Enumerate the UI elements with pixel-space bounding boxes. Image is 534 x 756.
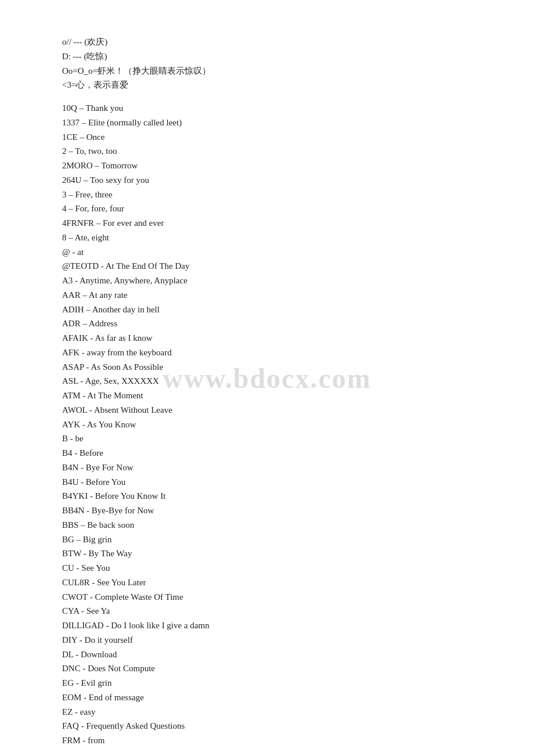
intro-line-1: o// --- (欢庆) xyxy=(62,35,472,49)
abbr-42: EZ - easy xyxy=(62,705,472,719)
abbr-37: DIY - Do it yourself xyxy=(62,633,472,647)
abbr-7: 4 – For, fore, four xyxy=(62,201,472,216)
intro-line-4: <3=心，表示喜爱 xyxy=(62,78,472,92)
abbr-29: BBS – Be back soon xyxy=(62,518,472,532)
abbr-18: ASAP - As Soon As Possible xyxy=(62,360,472,375)
abbr-5: 264U – Too sexy for you xyxy=(62,173,472,188)
abbr-14: ADIH – Another day in hell xyxy=(62,303,472,317)
abbr-3: 2 – To, two, too xyxy=(62,144,472,159)
abbr-15: ADR – Address xyxy=(62,316,472,331)
abbr-36: DILLIGAD - Do I look like I give a damn xyxy=(62,618,472,633)
abbr-32: CU - See You xyxy=(62,561,472,575)
spacer-1 xyxy=(62,92,472,101)
abbr-19: ASL - Age, Sex, XXXXXX xyxy=(62,374,472,388)
intro-line-2: D: --- (吃惊) xyxy=(62,49,472,64)
abbr-24: B4 - Before xyxy=(62,446,472,460)
abbr-16: AFAIK - As far as I know xyxy=(62,331,472,345)
main-content: o// --- (欢庆) D: --- (吃惊) Oo=O_o=虾米！（挣大眼睛… xyxy=(62,35,472,748)
abbr-33: CUL8R - See You Later xyxy=(62,575,472,590)
abbr-44: FRM - from xyxy=(62,733,472,748)
abbr-2: 1CE – Once xyxy=(62,130,472,145)
abbr-11: @TEOTD - At The End Of The Day xyxy=(62,259,472,273)
abbr-35: CYA - See Ya xyxy=(62,604,472,618)
abbr-22: AYK - As You Know xyxy=(62,417,472,432)
intro-line-3: Oo=O_o=虾米！（挣大眼睛表示惊叹） xyxy=(62,64,472,78)
abbr-8: 4FRNFR – For ever and ever xyxy=(62,216,472,231)
abbr-20: ATM - At The Moment xyxy=(62,388,472,403)
abbr-26: B4U - Before You xyxy=(62,475,472,489)
abbr-28: BB4N - Bye-Bye for Now xyxy=(62,503,472,518)
abbr-27: B4YKI - Before You Know It xyxy=(62,489,472,503)
abbr-39: DNC - Does Not Compute xyxy=(62,661,472,676)
abbr-41: EOM - End of message xyxy=(62,690,472,705)
abbr-31: BTW - By The Way xyxy=(62,546,472,561)
abbr-12: A3 - Anytime, Anywhere, Anyplace xyxy=(62,273,472,288)
abbr-10: @ - at xyxy=(62,245,472,260)
abbr-43: FAQ - Frequently Asked Questions xyxy=(62,719,472,733)
abbr-38: DL - Download xyxy=(62,647,472,662)
abbr-40: EG - Evil grin xyxy=(62,676,472,690)
abbr-17: AFK - away from the keyboard xyxy=(62,345,472,360)
abbr-25: B4N - Bye For Now xyxy=(62,460,472,475)
abbr-30: BG – Big grin xyxy=(62,532,472,547)
abbr-34: CWOT - Complete Waste Of Time xyxy=(62,590,472,604)
abbr-4: 2MORO – Tomorrow xyxy=(62,159,472,173)
abbr-21: AWOL - Absent Without Leave xyxy=(62,403,472,417)
abbr-0: 10Q – Thank you xyxy=(62,101,472,116)
abbr-23: B - be xyxy=(62,431,472,446)
abbr-6: 3 – Free, three xyxy=(62,188,472,202)
abbr-13: AAR – At any rate xyxy=(62,288,472,303)
abbr-1: 1337 – Elite (normally called leet) xyxy=(62,116,472,130)
abbr-9: 8 – Ate, eight xyxy=(62,231,472,245)
